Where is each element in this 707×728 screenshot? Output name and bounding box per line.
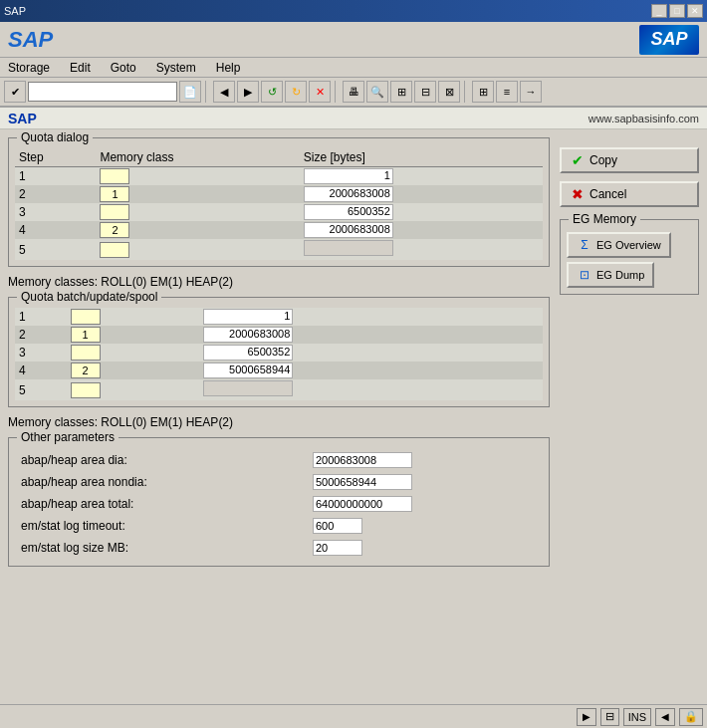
row1-size-val: 1	[304, 168, 393, 184]
maximize-button[interactable]: □	[669, 4, 685, 18]
eg-memory-title: EG Memory	[569, 212, 640, 226]
title-bar: SAP _ □ ✕	[0, 0, 707, 22]
title-text: SAP	[4, 5, 26, 17]
menu-bar: Storage Edit Goto System Help	[0, 58, 707, 78]
copy-button[interactable]: ✔ Copy	[560, 147, 699, 173]
toolbar-yellow[interactable]: ↻	[285, 81, 307, 103]
eg-overview-button[interactable]: Σ EG Overview	[567, 232, 671, 258]
eg-dump-button[interactable]: ⊡ EG Dump	[567, 262, 654, 288]
table-row: 4 2000683008	[15, 221, 543, 239]
toolbar-back[interactable]: ✔	[4, 81, 26, 103]
toolbar-input[interactable]	[28, 82, 177, 102]
status-arrow-right[interactable]: ◀	[655, 708, 675, 726]
row2-memclass-input[interactable]	[100, 186, 129, 202]
other-params-group: Other parameters abap/heap area dia: aba…	[8, 437, 550, 567]
toolbar-print[interactable]: 🖶	[343, 81, 364, 103]
toolbar-arrow[interactable]: →	[520, 81, 542, 103]
b-row4-memclass-input[interactable]	[71, 363, 101, 378]
ins-label: INS	[628, 711, 646, 723]
left-panel: Quota dialog Step Memory class Size [byt…	[8, 137, 550, 696]
toolbar-next[interactable]: ▶	[237, 81, 259, 103]
param-label-4: em/stat log timeout:	[17, 516, 307, 536]
b-row5-memclass-input[interactable]	[71, 382, 101, 398]
param-label-3: abap/heap area total:	[17, 494, 307, 514]
row1-memclass	[96, 167, 299, 186]
status-lock: 🔒	[679, 708, 703, 726]
minimize-button[interactable]: _	[651, 4, 667, 18]
menu-goto[interactable]: Goto	[107, 61, 140, 75]
b-row1-memclass	[67, 308, 200, 326]
sap-label: SAP	[8, 111, 37, 126]
status-scroll: ⊟	[600, 708, 619, 726]
quota-dialog-group: Quota dialog Step Memory class Size [byt…	[8, 137, 550, 267]
row5-memclass-input[interactable]	[100, 242, 129, 258]
param-input-5[interactable]	[313, 540, 362, 556]
row4-step: 4	[15, 221, 96, 239]
toolbar-sep1	[205, 81, 209, 103]
row5-memclass	[96, 239, 299, 260]
toolbar-red[interactable]: ✕	[309, 81, 331, 103]
param-value-2	[309, 472, 541, 492]
b-row1-memclass-input[interactable]	[71, 309, 101, 325]
toolbar-misc2[interactable]: ⊟	[414, 81, 436, 103]
status-bar: ▶ ⊟ INS ◀ 🔒	[0, 704, 707, 728]
close-button[interactable]: ✕	[687, 4, 703, 18]
toolbar-doc[interactable]: 📄	[179, 81, 201, 103]
cancel-button[interactable]: ✖ Cancel	[560, 181, 699, 207]
param-row: abap/heap area total:	[17, 494, 541, 514]
row1-size: 1	[300, 167, 543, 186]
window-controls: _ □ ✕	[651, 4, 703, 18]
menu-storage[interactable]: Storage	[4, 61, 54, 75]
toolbar-prev[interactable]: ◀	[213, 81, 235, 103]
param-value-3	[309, 494, 541, 514]
table-row: 4 5000658944	[15, 362, 543, 379]
row1-step: 1	[15, 167, 96, 186]
row3-memclass-input[interactable]	[100, 204, 129, 220]
toolbar-grid[interactable]: ⊞	[472, 81, 494, 103]
menu-help[interactable]: Help	[212, 61, 245, 75]
b-row5-memclass	[67, 379, 200, 400]
toolbar-misc3[interactable]: ⊠	[438, 81, 460, 103]
row1-memclass-input[interactable]	[100, 168, 129, 184]
toolbar-list[interactable]: ≡	[496, 81, 518, 103]
row2-size-val: 2000683008	[304, 186, 393, 202]
sap-header: SAP SAP	[0, 22, 707, 58]
toolbar-find[interactable]: 🔍	[366, 81, 388, 103]
row2-step: 2	[15, 185, 96, 203]
toolbar-misc1[interactable]: ⊞	[390, 81, 412, 103]
b-row2-size-val: 2000683008	[203, 327, 293, 343]
toolbar-green[interactable]: ↺	[261, 81, 283, 103]
eg-dump-icon: ⊡	[577, 267, 592, 283]
col-memory-class: Memory class	[96, 148, 299, 167]
b-row5-size-val	[203, 380, 293, 396]
param-row: em/stat log size MB:	[17, 538, 541, 558]
col-size: Size [bytes]	[300, 148, 543, 167]
param-input-1[interactable]	[313, 452, 412, 468]
row3-size-val: 6500352	[304, 204, 393, 220]
row5-size	[300, 239, 543, 260]
right-panel: ✔ Copy ✖ Cancel EG Memory Σ EG Overview …	[560, 137, 699, 696]
row4-memclass-input[interactable]	[100, 222, 129, 238]
param-input-4[interactable]	[313, 518, 362, 534]
b-row2-memclass-input[interactable]	[71, 327, 101, 343]
row2-memclass	[96, 185, 299, 203]
status-arrow-left[interactable]: ▶	[577, 708, 596, 726]
param-label-2: abap/heap area nondia:	[17, 472, 307, 492]
mem-class-label-2: Memory classes: ROLL(0) EM(1) HEAP(2)	[8, 413, 550, 431]
b-row4-size: 5000658944	[199, 362, 543, 379]
param-label-5: em/stat log size MB:	[17, 538, 307, 558]
menu-edit[interactable]: Edit	[66, 61, 95, 75]
b-row1-step: 1	[15, 308, 67, 326]
b-row3-memclass-input[interactable]	[71, 345, 101, 361]
quota-batch-table: 1 1 2 2000683008 3 6500352	[15, 308, 543, 400]
copy-label: Copy	[589, 153, 617, 167]
menu-system[interactable]: System	[152, 61, 200, 75]
quota-dialog-table: Step Memory class Size [bytes] 1 1 2 200	[15, 148, 543, 260]
table-row: 5	[15, 239, 543, 260]
param-row: abap/heap area dia:	[17, 450, 541, 470]
param-input-2[interactable]	[313, 474, 412, 490]
row5-size-val	[304, 240, 393, 256]
param-input-3[interactable]	[313, 496, 412, 512]
info-bar: SAP www.sapbasisinfo.com	[0, 108, 707, 129]
scroll-icon: ⊟	[605, 710, 614, 723]
